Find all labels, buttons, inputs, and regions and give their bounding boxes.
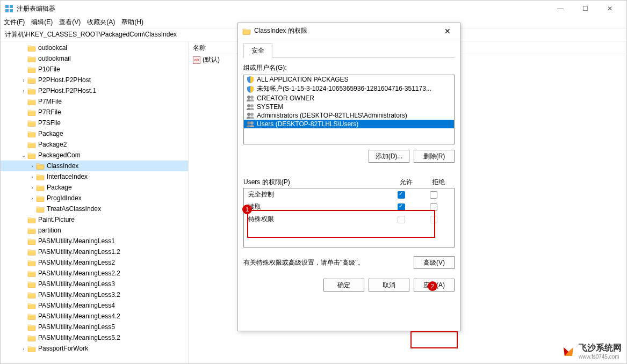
folder-icon — [27, 227, 36, 234]
users-icon — [246, 112, 255, 119]
tree-pane[interactable]: outlookcaloutlookmailP10File›P2PHost.P2P… — [1, 41, 189, 363]
permission-row: 特殊权限 — [244, 213, 454, 225]
list-col-name[interactable]: 名称 — [189, 41, 210, 54]
tree-item-label: P2PHost.P2PHost — [38, 76, 91, 84]
user-row[interactable]: ALL APPLICATION PACKAGES — [244, 75, 454, 84]
menu-file[interactable]: 文件(F) — [4, 18, 25, 27]
folder-icon — [36, 184, 45, 191]
tree-item[interactable]: PASMUtility.MeaningLess3 — [1, 279, 188, 289]
user-row[interactable]: SYSTEM — [244, 103, 454, 111]
tree-item[interactable]: PASMUtility.MeaningLess4.2 — [1, 311, 188, 322]
user-row[interactable]: Users (DESKTOP-82TLHLS\Users) — [244, 120, 454, 128]
tab-strip: 安全 — [243, 43, 455, 58]
tree-item-label: Package — [47, 184, 72, 191]
tree-item-label: Package — [38, 130, 63, 137]
tree-item-label: PASMUtility.MeaningLess5.2 — [38, 334, 120, 341]
window-title: 注册表编辑器 — [17, 4, 548, 13]
add-button[interactable]: 添加(D)... — [369, 150, 409, 163]
menu-view[interactable]: 查看(V) — [59, 18, 81, 27]
tree-item[interactable]: ›P2PHost.P2PHost.1 — [1, 85, 188, 96]
tree-item[interactable]: ›PassportForWork — [1, 343, 188, 354]
menu-fav[interactable]: 收藏夹(A) — [87, 18, 115, 27]
list-value-name: (默认) — [203, 55, 220, 64]
tree-item-label: P2PHost.P2PHost.1 — [38, 87, 96, 94]
tree-item[interactable]: PASMUtility.MeaningLess5.2 — [1, 332, 188, 343]
dialog-close-button[interactable]: ✕ — [439, 27, 456, 35]
folder-icon — [27, 44, 36, 52]
tree-item[interactable]: outlookcal — [1, 42, 188, 53]
ok-button[interactable]: 确定 — [323, 279, 364, 292]
user-name: CREATOR OWNER — [257, 94, 314, 102]
tree-item[interactable]: partition — [1, 225, 188, 236]
permission-row: 读取 — [244, 201, 454, 213]
chevron-right-icon[interactable]: › — [20, 346, 27, 352]
user-row[interactable]: CREATOR OWNER — [244, 94, 454, 103]
cancel-button[interactable]: 取消 — [369, 279, 409, 292]
tree-item[interactable]: PASMUtility.MeaningLess2.2 — [1, 268, 188, 279]
tree-item[interactable]: PASMUtility.MeaningLess2 — [1, 257, 188, 268]
tree-item[interactable]: Paint.Picture — [1, 214, 188, 225]
permission-name: 完全控制 — [248, 190, 385, 199]
remove-button[interactable]: 删除(R) — [414, 150, 455, 163]
tree-item[interactable]: TreatAsClassIndex — [1, 203, 188, 214]
close-button[interactable]: ✕ — [597, 1, 622, 17]
tree-item[interactable]: ›InterfaceIndex — [1, 171, 188, 182]
watermark-icon — [561, 344, 575, 358]
tree-item-label: PASMUtility.MeaningLess2.2 — [38, 270, 120, 277]
watermark-title: 飞沙系统网 — [579, 343, 622, 354]
tree-item[interactable]: Package — [1, 128, 188, 139]
tree-item[interactable]: Package2 — [1, 139, 188, 150]
apply-button[interactable]: 应用(A) — [414, 279, 455, 292]
tree-item[interactable]: ›ProgIdIndex — [1, 193, 188, 203]
tree-item[interactable]: ›ClassIndex — [1, 161, 188, 171]
checkbox-deny[interactable] — [430, 191, 437, 199]
chevron-right-icon[interactable]: › — [28, 195, 36, 201]
user-name: 未知帐户(S-1-15-3-1024-1065365936-1281604716… — [257, 84, 431, 93]
checkbox-allow[interactable] — [398, 191, 405, 199]
menu-help[interactable]: 帮助(H) — [121, 18, 143, 27]
advanced-button[interactable]: 高级(V) — [414, 256, 455, 269]
tree-item[interactable]: PASMUtility.MeaningLess1.2 — [1, 246, 188, 257]
chevron-right-icon[interactable]: › — [20, 77, 27, 83]
advanced-row: 有关特殊权限或高级设置，请单击"高级"。 高级(V) — [243, 256, 455, 269]
tree-item[interactable]: ›Package — [1, 182, 188, 193]
user-name: Users (DESKTOP-82TLHLS\Users) — [257, 120, 358, 128]
user-row[interactable]: 未知帐户(S-1-15-3-1024-1065365936-1281604716… — [244, 84, 454, 94]
folder-icon — [27, 280, 36, 288]
chevron-right-icon[interactable]: › — [28, 185, 36, 191]
checkbox-deny[interactable] — [430, 203, 437, 211]
checkbox-allow — [398, 216, 405, 223]
menu-edit[interactable]: 编辑(E) — [31, 18, 53, 27]
folder-icon — [242, 27, 251, 35]
user-row[interactable]: Administrators (DESKTOP-82TLHLS\Administ… — [244, 111, 454, 120]
tree-item[interactable]: PASMUtility.MeaningLess1 — [1, 236, 188, 246]
minimize-button[interactable]: — — [548, 1, 573, 17]
tree-item-label: PackagedCom — [38, 151, 81, 159]
chevron-right-icon[interactable]: › — [28, 163, 36, 169]
folder-icon — [27, 108, 36, 116]
dialog-footer: 确定 取消 应用(A) — [238, 273, 460, 297]
tree-item[interactable]: P7MFile — [1, 96, 188, 107]
chevron-right-icon[interactable]: › — [20, 88, 27, 94]
tree-item[interactable]: PASMUtility.MeaningLess4 — [1, 300, 188, 311]
chevron-down-icon[interactable]: ⌄ — [20, 152, 27, 158]
tree-item-label: partition — [38, 227, 61, 234]
tree-item-label: PASMUtility.MeaningLess1 — [38, 237, 115, 245]
tree-item[interactable]: ›P2PHost.P2PHost — [1, 75, 188, 85]
window-controls: — ☐ ✕ — [548, 1, 622, 17]
user-list[interactable]: ALL APPLICATION PACKAGES未知帐户(S-1-15-3-10… — [243, 75, 455, 144]
folder-icon — [27, 312, 36, 320]
chevron-right-icon[interactable]: › — [28, 174, 36, 180]
tree-item[interactable]: P10File — [1, 64, 188, 75]
maximize-button[interactable]: ☐ — [573, 1, 597, 17]
tree-item[interactable]: outlookmail — [1, 53, 188, 64]
tree-item[interactable]: ⌄PackagedCom — [1, 150, 188, 161]
folder-icon — [27, 345, 36, 352]
checkbox-allow[interactable] — [398, 203, 405, 211]
string-icon: ab — [193, 56, 200, 64]
tree-item[interactable]: P7RFile — [1, 107, 188, 118]
tree-item[interactable]: P7SFile — [1, 118, 188, 128]
tree-item[interactable]: PASMUtility.MeaningLess3.2 — [1, 289, 188, 300]
tree-item[interactable]: PASMUtility.MeaningLess5 — [1, 322, 188, 332]
tab-security[interactable]: 安全 — [243, 43, 272, 58]
